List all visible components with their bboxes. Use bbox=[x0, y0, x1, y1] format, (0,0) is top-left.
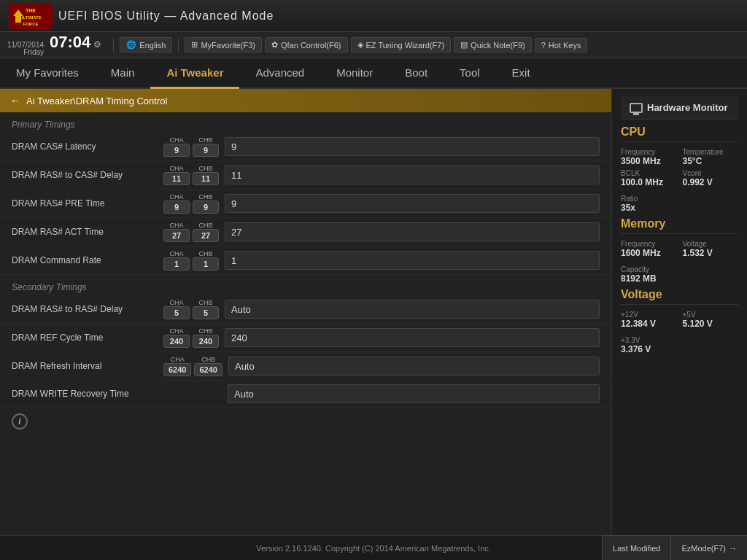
info-icon: i bbox=[12, 413, 28, 429]
logo-image: THE ULTIMATE FORCE bbox=[9, 3, 53, 29]
my-favorite-button[interactable]: ⊞ MyFavorite(F3) bbox=[185, 37, 262, 52]
time-settings-icon[interactable]: ⚙ bbox=[93, 39, 101, 50]
chb-chip-group: CHB240 bbox=[193, 327, 219, 348]
nav-bar: My FavoritesMainAi TweakerAdvancedMonito… bbox=[0, 58, 747, 89]
chb-value: 11 bbox=[198, 174, 214, 183]
language-globe-icon: 🌐 bbox=[126, 40, 136, 50]
mem-freq-group: Frequency 1600 MHz bbox=[621, 240, 677, 258]
cha-value: 6240 bbox=[169, 365, 186, 374]
main-layout: ← Ai Tweaker\DRAM Timing Control Primary… bbox=[0, 89, 747, 535]
timing-value-box[interactable]: Auto bbox=[225, 300, 600, 319]
logo-area: THE ULTIMATE FORCE UEFI BIOS Utility — A… bbox=[9, 3, 274, 29]
nav-item-main[interactable]: Main bbox=[95, 58, 151, 89]
chb-chip-group: CHB5 bbox=[193, 299, 219, 319]
timing-row: DRAM RAS# PRE TimeCHA9CHB99 bbox=[0, 190, 611, 218]
chb-value: 1 bbox=[198, 260, 214, 268]
ez-mode-label: EzMode(F7) bbox=[681, 544, 726, 553]
chb-label: CHB bbox=[198, 136, 212, 144]
last-modified-button[interactable]: Last Modified bbox=[602, 535, 670, 560]
timing-chips: CHA1CHB1 bbox=[163, 250, 219, 271]
cha-chip[interactable]: 11 bbox=[163, 172, 190, 185]
cha-chip[interactable]: 5 bbox=[163, 306, 190, 319]
cpu-ratio-group: Ratio 35x bbox=[621, 195, 738, 213]
timing-value-box[interactable]: Auto bbox=[228, 384, 600, 403]
hot-keys-button[interactable]: ? Hot Keys bbox=[535, 38, 588, 52]
cha-chip-group: CHA9 bbox=[163, 136, 190, 157]
datetime-display: 11/07/2014 Friday 07:04 ⚙ bbox=[7, 34, 101, 56]
hw-monitor-content: CPU Frequency 3500 MHz Temperature 35°C … bbox=[621, 120, 738, 365]
nav-item-my-favorites[interactable]: My Favorites bbox=[0, 58, 95, 89]
timing-chips: CHA9CHB9 bbox=[163, 136, 219, 157]
timing-chips: CHA5CHB5 bbox=[163, 299, 219, 319]
language-button[interactable]: 🌐 English bbox=[120, 37, 172, 52]
timing-label: DRAM Refresh Interval bbox=[12, 361, 158, 371]
monitor-icon bbox=[630, 103, 643, 113]
timing-value-box[interactable]: 1 bbox=[225, 251, 600, 270]
timing-row: DRAM WRITE Recovery TimeAuto bbox=[0, 381, 611, 408]
chb-chip-group: CHB1 bbox=[193, 250, 219, 271]
timing-label: DRAM CAS# Latency bbox=[12, 141, 158, 152]
timing-chips: CHA27CHB27 bbox=[163, 222, 219, 242]
chb-label: CHB bbox=[198, 222, 212, 229]
cha-chip[interactable]: 240 bbox=[163, 335, 190, 348]
timing-value-box[interactable]: 11 bbox=[225, 166, 600, 184]
chb-label: CHB bbox=[198, 250, 212, 257]
v12-group: +12V 12.384 V bbox=[621, 311, 677, 329]
toolbar: 11/07/2014 Friday 07:04 ⚙ 🌐 English ⊞ My… bbox=[0, 32, 747, 58]
favorite-icon: ⊞ bbox=[191, 40, 198, 50]
hardware-monitor-header: Hardware Monitor bbox=[621, 96, 738, 120]
svg-text:THE: THE bbox=[26, 8, 36, 13]
mem-freq-label: Frequency bbox=[621, 240, 677, 248]
chb-chip[interactable]: 240 bbox=[193, 335, 219, 348]
cha-chip[interactable]: 6240 bbox=[163, 363, 191, 376]
cha-value: 9 bbox=[169, 203, 185, 211]
cpu-freq-value: 3500 MHz bbox=[621, 156, 677, 166]
cha-chip[interactable]: 9 bbox=[163, 201, 190, 214]
cha-value: 27 bbox=[169, 231, 185, 240]
timing-value-box[interactable]: 9 bbox=[225, 137, 600, 156]
hardware-monitor-title: Hardware Monitor bbox=[647, 102, 728, 113]
time-display: 07:04 bbox=[50, 34, 90, 50]
breadcrumb-back-arrow[interactable]: ← bbox=[10, 95, 20, 106]
nav-item-ai-tweaker[interactable]: Ai Tweaker bbox=[150, 58, 239, 89]
chb-chip[interactable]: 5 bbox=[193, 306, 219, 319]
ez-tuning-button[interactable]: ◈ EZ Tuning Wizard(F7) bbox=[351, 37, 452, 52]
primary-timings-section-title: Primary Timings bbox=[0, 112, 611, 133]
v5-value: 5.120 V bbox=[683, 319, 739, 329]
cpu-temp-group: Temperature 35°C bbox=[683, 148, 739, 166]
cha-chip-group: CHA9 bbox=[163, 193, 190, 214]
quick-note-button[interactable]: ▤ Quick Note(F9) bbox=[454, 37, 532, 52]
nav-item-exit[interactable]: Exit bbox=[496, 58, 546, 89]
cha-chip-group: CHA6240 bbox=[163, 356, 191, 376]
timing-value-box[interactable]: 9 bbox=[225, 194, 600, 213]
chb-chip[interactable]: 27 bbox=[193, 229, 219, 242]
cpu-bclk-label: BCLK bbox=[621, 169, 677, 177]
nav-item-monitor[interactable]: Monitor bbox=[320, 58, 389, 89]
timing-value-box[interactable]: 27 bbox=[225, 222, 600, 241]
chb-chip-group: CHB9 bbox=[193, 193, 219, 214]
cha-value: 5 bbox=[169, 308, 185, 317]
chb-chip[interactable]: 6240 bbox=[194, 363, 222, 376]
timing-label: DRAM Command Rate bbox=[12, 255, 158, 265]
qfan-control-button[interactable]: ✿ Qfan Control(F6) bbox=[265, 37, 348, 52]
nav-item-tool[interactable]: Tool bbox=[444, 58, 496, 89]
nav-item-boot[interactable]: Boot bbox=[389, 58, 444, 89]
cha-chip[interactable]: 1 bbox=[163, 257, 190, 271]
mem-capacity-group: Capacity 8192 MB bbox=[621, 265, 738, 284]
v33-label: +3.3V bbox=[621, 336, 738, 344]
cha-chip[interactable]: 9 bbox=[163, 144, 190, 157]
secondary-timings-section-title: Secondary Timings bbox=[0, 275, 611, 295]
timing-value-box[interactable]: Auto bbox=[228, 357, 600, 376]
chb-chip[interactable]: 1 bbox=[193, 257, 219, 271]
timing-value-box[interactable]: 240 bbox=[225, 328, 600, 347]
cha-chip[interactable]: 27 bbox=[163, 229, 190, 242]
nav-item-advanced[interactable]: Advanced bbox=[239, 58, 320, 89]
cha-chip-group: CHA27 bbox=[163, 222, 190, 242]
chb-chip[interactable]: 11 bbox=[193, 172, 219, 185]
ez-mode-button[interactable]: EzMode(F7) → bbox=[670, 535, 747, 560]
chb-value: 240 bbox=[198, 337, 214, 346]
chb-chip[interactable]: 9 bbox=[193, 144, 219, 157]
chb-chip-group: CHB11 bbox=[193, 165, 219, 185]
date-display: 11/07/2014 bbox=[7, 42, 44, 49]
chb-chip[interactable]: 9 bbox=[193, 201, 219, 214]
